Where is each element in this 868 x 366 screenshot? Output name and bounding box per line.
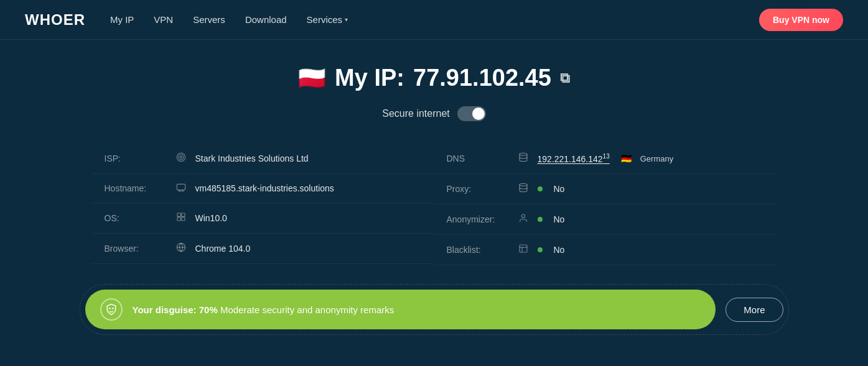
nav-download[interactable]: Download	[245, 14, 287, 25]
svg-point-19	[109, 308, 111, 309]
hostname-icon	[174, 183, 188, 194]
disguise-icon	[100, 298, 123, 321]
os-label: OS:	[105, 213, 167, 223]
anonymizer-label: Anonymizer:	[447, 214, 509, 224]
dns-country-label: Germany	[640, 154, 673, 163]
copy-icon[interactable]: ⧉	[560, 70, 570, 86]
nav-vpn[interactable]: VPN	[154, 14, 173, 25]
os-icon	[174, 212, 188, 224]
anonymizer-icon	[516, 213, 530, 226]
hostname-label: Hostname:	[105, 183, 167, 193]
info-section-left: ISP: Stark Industries Solutions Ltd Host…	[92, 144, 434, 265]
proxy-label: Proxy:	[447, 184, 509, 194]
nav-my-ip[interactable]: My IP	[110, 14, 134, 25]
more-button[interactable]: More	[726, 298, 783, 322]
svg-point-13	[520, 153, 527, 155]
disguise-text: Your disguise: 70% Moderate security and…	[133, 304, 394, 315]
chevron-down-icon: ▾	[345, 16, 348, 23]
info-section-right: DNS 192.221.146.14213 🇩🇪 Germany Proxy:	[434, 144, 777, 265]
blacklist-value: No	[554, 245, 565, 255]
info-row-anonymizer: Anonymizer: No	[434, 204, 777, 235]
disguise-banner: Your disguise: 70% Moderate security and…	[85, 290, 716, 329]
secure-internet-toggle[interactable]	[457, 106, 486, 121]
dns-count: 13	[603, 153, 610, 160]
hostname-value: vm485185.stark-industries.solutions	[195, 183, 334, 193]
svg-point-0	[177, 153, 185, 161]
site-logo[interactable]: WHOER	[25, 11, 85, 29]
info-row-hostname: Hostname: vm485185.stark-industries.solu…	[92, 174, 434, 203]
svg-rect-8	[181, 213, 184, 216]
svg-rect-3	[177, 184, 185, 190]
os-value: Win10.0	[195, 213, 227, 223]
dns-value[interactable]: 192.221.146.14213	[538, 153, 610, 164]
browser-label: Browser:	[105, 244, 167, 254]
anonymizer-value: No	[554, 214, 565, 224]
info-row-blacklist: Blacklist: No	[434, 235, 777, 265]
disguise-suffix: Moderate security and anonymity remarks	[218, 304, 394, 315]
proxy-icon	[516, 183, 530, 195]
disguise-banner-wrapper: Your disguise: 70% Moderate security and…	[80, 284, 789, 335]
isp-label: ISP:	[105, 153, 167, 163]
secure-internet-row: Secure internet	[382, 106, 486, 121]
dns-country-flag: 🇩🇪	[621, 153, 632, 163]
ip-display: 🇵🇱 My IP: 77.91.102.45 ⧉	[298, 65, 570, 91]
svg-point-1	[179, 155, 184, 160]
info-row-os: OS: Win10.0	[92, 203, 434, 234]
isp-icon	[174, 152, 188, 165]
svg-rect-7	[177, 213, 180, 216]
blacklist-icon	[516, 244, 530, 256]
ip-address: 77.91.102.45	[413, 65, 551, 91]
svg-point-2	[180, 157, 182, 158]
svg-point-14	[520, 183, 527, 186]
nav-servers[interactable]: Servers	[193, 14, 225, 25]
svg-rect-16	[520, 245, 527, 252]
secure-internet-label: Secure internet	[382, 108, 450, 119]
nav-services[interactable]: Services ▾	[307, 14, 348, 25]
ip-label: My IP:	[335, 65, 404, 91]
dns-icon	[516, 152, 530, 165]
browser-value: Chrome 104.0	[195, 244, 251, 254]
blacklist-label: Blacklist:	[447, 245, 509, 255]
isp-value: Stark Industries Solutions Ltd	[195, 153, 309, 163]
main-nav: My IP VPN Servers Download Services ▾	[110, 14, 759, 25]
buy-vpn-button[interactable]: Buy VPN now	[759, 9, 843, 31]
anonymizer-status-dot	[538, 217, 543, 222]
info-row-dns: DNS 192.221.146.14213 🇩🇪 Germany	[434, 144, 777, 174]
info-row-browser: Browser: Chrome 104.0	[92, 234, 434, 264]
info-row-isp: ISP: Stark Industries Solutions Ltd	[92, 144, 434, 174]
proxy-status-dot	[538, 186, 543, 191]
svg-point-20	[112, 308, 114, 309]
disguise-prefix: Your disguise:	[133, 304, 199, 315]
svg-point-15	[521, 214, 525, 217]
blacklist-status-dot	[538, 247, 543, 252]
country-flag: 🇵🇱	[298, 65, 326, 91]
svg-rect-10	[181, 217, 184, 221]
disguise-percent: 70%	[199, 304, 218, 315]
dns-label: DNS	[447, 153, 509, 163]
proxy-value: No	[554, 184, 565, 194]
info-grid: ISP: Stark Industries Solutions Ltd Host…	[92, 144, 777, 265]
svg-rect-9	[177, 217, 180, 221]
browser-icon	[174, 242, 188, 255]
info-row-proxy: Proxy: No	[434, 174, 777, 204]
